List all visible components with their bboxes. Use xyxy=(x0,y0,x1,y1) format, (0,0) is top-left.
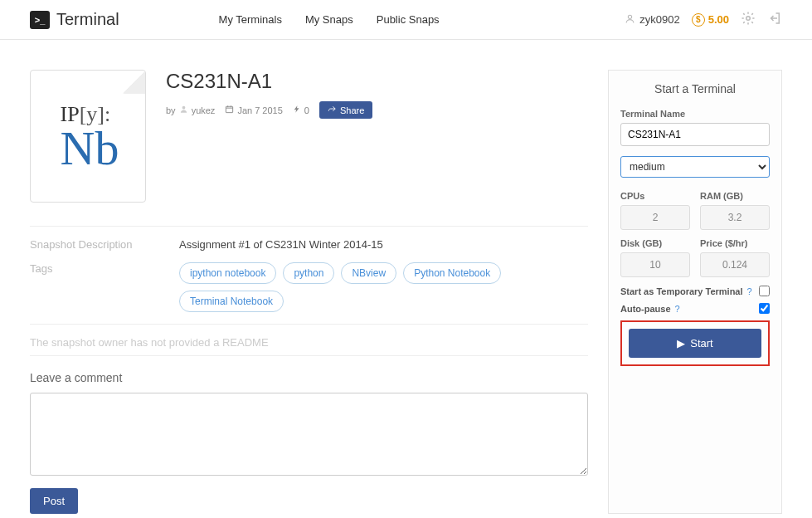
description-value: Assignment #1 of CS231N Winter 2014-15 xyxy=(179,238,588,251)
nav-my-snaps[interactable]: My Snaps xyxy=(305,13,353,26)
tag[interactable]: python xyxy=(283,262,334,284)
balance[interactable]: $ 5.00 xyxy=(692,13,729,27)
fork-count: 0 xyxy=(304,105,309,115)
coin-icon: $ xyxy=(692,13,705,27)
tags-row: Tags ipython notebookpythonNBviewPython … xyxy=(30,262,588,312)
main-nav: My Terminals My Snaps Public Snaps xyxy=(219,13,440,26)
bolt-icon xyxy=(293,105,301,115)
author-link[interactable]: yukez xyxy=(192,105,216,115)
username: zyk0902 xyxy=(639,13,679,26)
logout-icon[interactable] xyxy=(767,11,782,28)
svg-point-0 xyxy=(629,15,632,18)
logo[interactable]: >_ Terminal xyxy=(30,10,119,29)
description-row: Snapshot Description Assignment #1 of CS… xyxy=(30,238,588,251)
post-button[interactable]: Post xyxy=(30,488,78,514)
author-block: by yukez xyxy=(166,105,215,115)
divider xyxy=(30,324,588,325)
tag[interactable]: ipython notebook xyxy=(179,262,276,284)
user-icon xyxy=(179,105,188,115)
terminal-name-input[interactable] xyxy=(620,123,770,146)
price-label: Price ($/hr) xyxy=(700,238,770,248)
divider xyxy=(30,355,588,356)
balance-amount: 5.00 xyxy=(708,13,729,26)
calendar-icon xyxy=(225,105,234,115)
snapshot-title: CS231N-A1 xyxy=(166,70,372,93)
play-icon: ▶ xyxy=(677,337,685,349)
temporary-row: Start as Temporary Terminal ? xyxy=(620,286,770,296)
description-label: Snapshot Description xyxy=(30,238,179,251)
svg-rect-3 xyxy=(226,106,233,112)
logo-icon: >_ xyxy=(30,11,50,29)
start-terminal-panel: Start a Terminal Terminal Name medium CP… xyxy=(608,70,782,514)
price-value xyxy=(700,252,770,277)
snapshot-thumbnail: IP[y]: Nb xyxy=(30,70,146,203)
svg-point-1 xyxy=(746,17,751,21)
share-button[interactable]: Share xyxy=(319,101,372,119)
brand-name: Terminal xyxy=(56,10,119,29)
settings-icon[interactable] xyxy=(741,11,756,28)
start-highlight: ▶ Start xyxy=(620,320,770,366)
comment-input[interactable] xyxy=(30,393,588,476)
cpus-value xyxy=(620,205,690,230)
tag[interactable]: NBview xyxy=(341,262,396,284)
help-icon[interactable]: ? xyxy=(673,304,680,314)
disk-label: Disk (GB) xyxy=(620,238,690,248)
readme-note: The snapshot owner has not provided a RE… xyxy=(30,336,588,349)
cpus-label: CPUs xyxy=(620,191,690,201)
autopause-row: Auto-pause ? xyxy=(620,303,770,314)
nav-my-terminals[interactable]: My Terminals xyxy=(219,13,282,26)
snapshot-date: Jan 7 2015 xyxy=(237,105,282,115)
help-icon[interactable]: ? xyxy=(745,286,752,296)
user-link[interactable]: zyk0902 xyxy=(625,13,679,27)
autopause-checkbox[interactable] xyxy=(759,303,770,314)
user-icon xyxy=(625,13,635,27)
container: IP[y]: Nb CS231N-A1 by yukez xyxy=(0,40,812,518)
sidebar-title: Start a Terminal xyxy=(620,82,770,95)
tags-label: Tags xyxy=(30,262,179,312)
forks-block: 0 xyxy=(293,105,309,115)
svg-point-2 xyxy=(182,106,185,110)
divider xyxy=(30,226,588,227)
comment-heading: Leave a comment xyxy=(30,371,588,384)
snapshot-header: IP[y]: Nb CS231N-A1 by yukez xyxy=(30,70,588,203)
tag[interactable]: Python Notebook xyxy=(403,262,501,284)
snapshot-meta: by yukez Jan 7 2015 xyxy=(166,101,372,119)
share-icon xyxy=(328,105,337,115)
tag-list: ipython notebookpythonNBviewPython Noteb… xyxy=(179,262,588,312)
tag[interactable]: Terminal Notebook xyxy=(179,291,284,312)
main-content: IP[y]: Nb CS231N-A1 by yukez xyxy=(30,70,588,514)
start-button[interactable]: ▶ Start xyxy=(629,329,761,358)
ram-value xyxy=(700,205,770,230)
nav-public-snaps[interactable]: Public Snaps xyxy=(377,13,440,26)
size-select[interactable]: medium xyxy=(620,156,770,178)
header: >_ Terminal My Terminals My Snaps Public… xyxy=(0,0,812,40)
disk-value xyxy=(620,252,690,277)
temporary-checkbox[interactable] xyxy=(759,286,770,296)
page-fold-icon xyxy=(122,71,145,94)
date-block: Jan 7 2015 xyxy=(225,105,282,115)
title-block: CS231N-A1 by yukez Jan 7 2015 xyxy=(166,70,372,203)
terminal-name-label: Terminal Name xyxy=(620,109,770,119)
header-right: zyk0902 $ 5.00 xyxy=(625,11,782,28)
ram-label: RAM (GB) xyxy=(700,191,770,201)
